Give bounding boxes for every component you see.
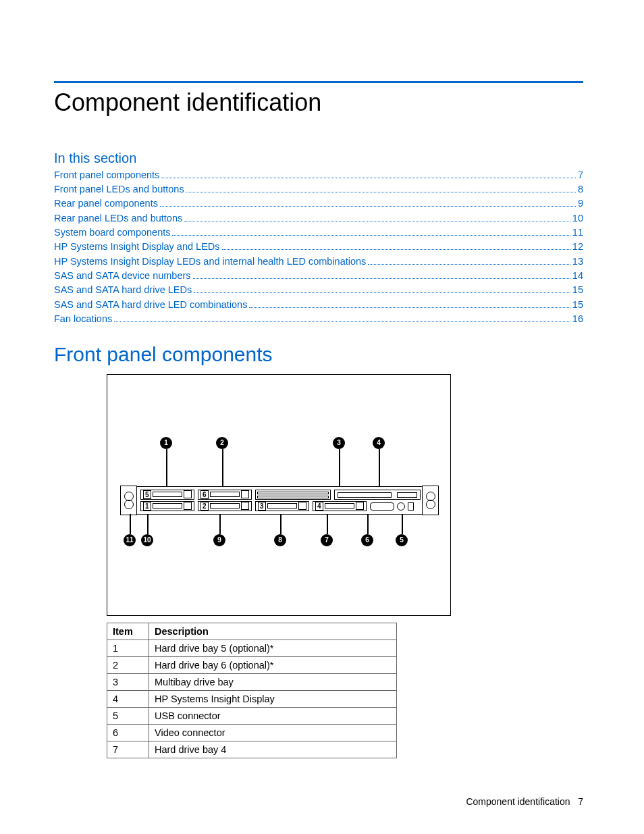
lead-line — [367, 514, 369, 534]
cell-desc: Hard drive bay 5 (optional)* — [149, 640, 397, 656]
bay-slot-icon — [153, 503, 182, 509]
callout-7: 7 — [321, 534, 333, 546]
section-heading: Front panel components — [54, 343, 583, 366]
toc-row[interactable]: HP Systems Insight Display and LEDs 12 — [54, 240, 583, 253]
table-row: 1Hard drive bay 5 (optional)* — [107, 640, 397, 656]
table-row: 5USB connector — [107, 707, 397, 724]
toc-page: 8 — [578, 183, 583, 196]
callout-4: 4 — [373, 437, 385, 449]
cell-desc: USB connector — [149, 707, 397, 724]
sid-panel-icon — [338, 492, 392, 498]
toc-leader — [160, 197, 576, 207]
callout-11: 11 — [124, 534, 136, 546]
bay-leds-icon — [184, 502, 192, 510]
toc-page: 10 — [572, 212, 583, 225]
callout-3: 3 — [333, 437, 345, 449]
multibay-drive-bay — [255, 490, 331, 500]
toc-page: 15 — [572, 284, 583, 296]
bay-slot-icon — [210, 492, 240, 497]
lead-line — [280, 514, 281, 534]
bay-leds-icon — [241, 502, 249, 510]
cell-item: 2 — [107, 656, 149, 673]
cell-desc: Video connector — [149, 724, 397, 741]
footer-page: 7 — [578, 796, 583, 807]
callout-2: 2 — [216, 437, 228, 449]
toc-heading: In this section — [54, 151, 583, 166]
toc-label: Fan locations — [54, 313, 112, 325]
callout-8: 8 — [274, 534, 286, 546]
cell-item: 7 — [107, 741, 149, 758]
callout-9: 9 — [213, 534, 225, 546]
toc-row[interactable]: Rear panel components 9 — [54, 197, 583, 210]
bay-number: 6 — [200, 490, 209, 499]
toc-row[interactable]: Front panel components 7 — [54, 167, 583, 181]
table-row: 2Hard drive bay 6 (optional)* — [107, 656, 397, 673]
rack-ear-right-icon — [422, 486, 439, 515]
toc-row[interactable]: Rear panel LEDs and buttons 10 — [54, 211, 583, 224]
bay-number: 1 — [143, 502, 151, 511]
bay-slot-icon — [153, 492, 182, 497]
toc-page: 15 — [572, 298, 583, 311]
callout-1: 1 — [160, 437, 172, 449]
accent-rule — [54, 81, 583, 83]
toc-leader — [184, 211, 570, 221]
toc-leader — [172, 225, 570, 236]
bay-slot-icon — [267, 503, 297, 509]
toc-label: HP Systems Insight Display and LEDs — [54, 240, 220, 253]
drive-bay-4: 4 — [313, 501, 367, 511]
drive-bay-1: 1 — [140, 501, 194, 511]
toc-row[interactable]: SAS and SATA device numbers 14 — [54, 268, 583, 282]
cell-item: 1 — [107, 640, 149, 656]
callout-6: 6 — [361, 534, 373, 546]
usb-connector-icon — [408, 502, 414, 511]
toc-label: HP Systems Insight Display LEDs and inte… — [54, 255, 366, 268]
bay-leds-icon — [298, 502, 306, 510]
drive-bay-2: 2 — [198, 501, 252, 511]
th-item: Item — [107, 623, 149, 640]
toc-row[interactable]: Front panel LEDs and buttons 8 — [54, 182, 583, 195]
cell-item: 4 — [107, 690, 149, 707]
footer-text: Component identification — [466, 796, 570, 807]
server-chassis: 5 1 6 2 — [121, 486, 438, 515]
toc-page: 9 — [578, 197, 583, 210]
lead-line — [379, 449, 380, 490]
toc-label: SAS and SATA hard drive LED combinations — [54, 298, 247, 311]
cell-item: 3 — [107, 673, 149, 690]
toc-row[interactable]: SAS and SATA hard drive LED combinations… — [54, 297, 583, 311]
th-desc: Description — [149, 623, 397, 640]
toc-row[interactable]: SAS and SATA hard drive LEDs 15 — [54, 283, 583, 296]
bay-number: 4 — [315, 502, 323, 511]
toc: Front panel components 7Front panel LEDs… — [54, 167, 583, 325]
cell-item: 6 — [107, 724, 149, 741]
callout-10: 10 — [141, 534, 153, 546]
toc-page: 13 — [572, 255, 583, 268]
cell-desc: Hard drive bay 4 — [149, 741, 397, 758]
bay-slot-icon — [210, 503, 240, 509]
toc-row[interactable]: Fan locations 16 — [54, 311, 583, 325]
toc-row[interactable]: HP Systems Insight Display LEDs and inte… — [54, 254, 583, 267]
toc-page: 16 — [572, 313, 583, 325]
cell-desc: HP Systems Insight Display — [149, 690, 397, 707]
page-footer: Component identification 7 — [466, 796, 583, 807]
table-row: 7Hard drive bay 4 — [107, 741, 397, 758]
callout-5: 5 — [396, 534, 408, 546]
table-row: 4HP Systems Insight Display — [107, 690, 397, 707]
multibay-strip-icon — [257, 492, 329, 494]
toc-label: System board components — [54, 226, 170, 239]
toc-label: Front panel components — [54, 169, 159, 182]
bay-slot-icon — [325, 503, 354, 509]
toc-leader — [249, 297, 570, 308]
toc-row[interactable]: System board components 11 — [54, 225, 583, 238]
toc-leader — [193, 268, 570, 279]
lead-line — [219, 514, 221, 534]
lead-line — [130, 514, 131, 534]
bay-number: 2 — [200, 502, 209, 511]
components-table: Item Description 1Hard drive bay 5 (opti… — [107, 623, 397, 758]
toc-label: Rear panel components — [54, 197, 158, 210]
toc-page: 7 — [578, 169, 583, 182]
front-panel-figure: 1 2 3 4 5 1 — [107, 374, 451, 616]
lead-line — [327, 514, 328, 534]
toc-leader — [194, 283, 570, 294]
drive-bay-6: 6 — [198, 490, 252, 500]
toc-label: Front panel LEDs and buttons — [54, 183, 184, 196]
